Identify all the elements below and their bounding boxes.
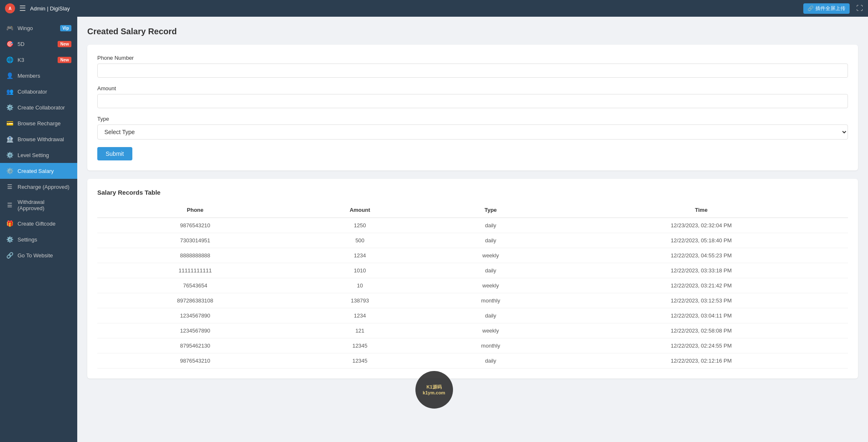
cell-phone-2: 8888888888 bbox=[97, 248, 293, 263]
col-time: Time bbox=[554, 203, 848, 218]
cell-amount-1: 500 bbox=[293, 233, 427, 248]
cell-type-8: monthly bbox=[427, 338, 554, 353]
sidebar-item-k3[interactable]: 🌐K3New bbox=[0, 52, 77, 68]
table-card: Salary Records Table PhoneAmountTypeTime… bbox=[87, 179, 858, 378]
cell-amount-2: 1234 bbox=[293, 248, 427, 263]
sidebar-item-level-setting[interactable]: ⚙️Level Setting bbox=[0, 147, 77, 163]
sidebar-item-go-to-website[interactable]: 🔗Go To Website bbox=[0, 247, 77, 263]
ext-button[interactable]: 🔗 插件全屏上传 bbox=[803, 3, 850, 14]
cell-time-6: 12/22/2023, 03:04:11 PM bbox=[554, 308, 848, 323]
col-type: Type bbox=[427, 203, 554, 218]
phone-input[interactable] bbox=[97, 64, 848, 78]
recharge-approved-icon: ☰ bbox=[6, 183, 13, 191]
sidebar-item-collaborator[interactable]: 👥Collaborator bbox=[0, 84, 77, 99]
phone-label: Phone Number bbox=[97, 55, 848, 61]
sidebar-label-collaborator: Collaborator bbox=[18, 89, 47, 95]
amount-input[interactable] bbox=[97, 94, 848, 108]
sidebar-label-recharge-approved: Recharge (Approved) bbox=[18, 184, 69, 190]
created-salary-icon: ⚙️ bbox=[6, 167, 13, 175]
cell-type-6: daily bbox=[427, 308, 554, 323]
expand-icon[interactable]: ⛶ bbox=[856, 5, 863, 12]
page-title: Created Salary Record bbox=[87, 27, 858, 36]
cell-amount-4: 10 bbox=[293, 278, 427, 293]
topbar-right: 🔗 插件全屏上传 ⛶ bbox=[803, 3, 863, 14]
sidebar-label-create-collaborator: Create Collaborator bbox=[18, 104, 65, 111]
logo-icon: A bbox=[5, 3, 15, 13]
sidebar-label-go-to-website: Go To Website bbox=[18, 252, 53, 259]
cell-type-5: monthly bbox=[427, 293, 554, 308]
sidebar-label-wingo: Wingo bbox=[18, 25, 33, 31]
withdrawal-approved-icon: ☰ bbox=[6, 201, 13, 209]
go-to-website-icon: 🔗 bbox=[6, 251, 13, 259]
sidebar-item-browse-recharge[interactable]: 💳Browse Recharge bbox=[0, 115, 77, 131]
sidebar-label-level-setting: Level Setting bbox=[18, 152, 49, 158]
sidebar-item-create-giftcode[interactable]: 🎁Create Giftcode bbox=[0, 216, 77, 231]
cell-amount-5: 138793 bbox=[293, 293, 427, 308]
cell-amount-8: 12345 bbox=[293, 338, 427, 353]
table-row: 987654321012345daily12/22/2023, 02:12:16… bbox=[97, 353, 848, 368]
hamburger-icon[interactable]: ☰ bbox=[19, 4, 26, 13]
cell-phone-6: 1234567890 bbox=[97, 308, 293, 323]
sidebar-item-recharge-approved[interactable]: ☰Recharge (Approved) bbox=[0, 179, 77, 195]
col-phone: Phone bbox=[97, 203, 293, 218]
table-row: 111111111111010daily12/22/2023, 03:33:18… bbox=[97, 263, 848, 278]
main-content: Created Salary Record Phone Number Amoun… bbox=[77, 17, 868, 442]
cell-type-1: daily bbox=[427, 233, 554, 248]
sidebar-item-5d[interactable]: 🎯5DNew bbox=[0, 36, 77, 52]
cell-time-3: 12/22/2023, 03:33:18 PM bbox=[554, 263, 848, 278]
badge-k3: New bbox=[58, 57, 71, 63]
type-select[interactable]: Select Typedailyweeklymonthly bbox=[97, 124, 848, 140]
sidebar-label-withdrawal-approved: Withdrawal (Approved) bbox=[18, 199, 71, 211]
sidebar-label-created-salary: Created Salary bbox=[18, 168, 54, 174]
layout: 🎮WingoVip🎯5DNew🌐K3New👤Members👥Collaborat… bbox=[0, 17, 868, 442]
sidebar: 🎮WingoVip🎯5DNew🌐K3New👤Members👥Collaborat… bbox=[0, 17, 77, 442]
sidebar-item-create-collaborator[interactable]: ⚙️Create Collaborator bbox=[0, 99, 77, 115]
wingo-icon: 🎮 bbox=[6, 24, 13, 32]
cell-amount-6: 1234 bbox=[293, 308, 427, 323]
form-card: Phone Number Amount Type Select Typedail… bbox=[87, 45, 858, 170]
collaborator-icon: 👥 bbox=[6, 88, 13, 95]
browse-withdrawal-icon: 🏦 bbox=[6, 135, 13, 143]
cell-phone-7: 1234567890 bbox=[97, 323, 293, 338]
create-giftcode-icon: 🎁 bbox=[6, 220, 13, 227]
table-row: 897286383108138793monthly12/22/2023, 03:… bbox=[97, 293, 848, 308]
cell-time-8: 12/22/2023, 02:24:55 PM bbox=[554, 338, 848, 353]
col-amount: Amount bbox=[293, 203, 427, 218]
cell-phone-0: 9876543210 bbox=[97, 218, 293, 233]
cell-time-7: 12/22/2023, 02:58:08 PM bbox=[554, 323, 848, 338]
amount-label: Amount bbox=[97, 85, 848, 91]
ext-label: 插件全屏上传 bbox=[815, 5, 845, 12]
cell-amount-3: 1010 bbox=[293, 263, 427, 278]
sidebar-item-withdrawal-approved[interactable]: ☰Withdrawal (Approved) bbox=[0, 195, 77, 216]
topbar: A ☰ Admin | DigiSlay 🔗 插件全屏上传 ⛶ bbox=[0, 0, 868, 17]
table-row: 1234567890121weekly12/22/2023, 02:58:08 … bbox=[97, 323, 848, 338]
create-collaborator-icon: ⚙️ bbox=[6, 104, 13, 111]
type-label: Type bbox=[97, 116, 848, 122]
cell-phone-9: 9876543210 bbox=[97, 353, 293, 368]
sidebar-item-created-salary[interactable]: ⚙️Created Salary bbox=[0, 163, 77, 179]
k3-icon: 🌐 bbox=[6, 56, 13, 64]
sidebar-item-settings[interactable]: ⚙️Settings bbox=[0, 231, 77, 247]
settings-icon: ⚙️ bbox=[6, 236, 13, 243]
cell-phone-8: 8795462130 bbox=[97, 338, 293, 353]
table-row: 7303014951500daily12/22/2023, 05:18:40 P… bbox=[97, 233, 848, 248]
cell-phone-4: 76543654 bbox=[97, 278, 293, 293]
cell-phone-5: 897286383108 bbox=[97, 293, 293, 308]
table-header: PhoneAmountTypeTime bbox=[97, 203, 848, 218]
cell-phone-1: 7303014951 bbox=[97, 233, 293, 248]
table-row: 879546213012345monthly12/22/2023, 02:24:… bbox=[97, 338, 848, 353]
sidebar-item-members[interactable]: 👤Members bbox=[0, 68, 77, 84]
cell-time-0: 12/23/2023, 02:32:04 PM bbox=[554, 218, 848, 233]
table-row: 98765432101250daily12/23/2023, 02:32:04 … bbox=[97, 218, 848, 233]
table-body: 98765432101250daily12/23/2023, 02:32:04 … bbox=[97, 218, 848, 368]
topbar-logo: A bbox=[5, 3, 15, 13]
sidebar-label-5d: 5D bbox=[18, 41, 25, 47]
sidebar-item-browse-withdrawal[interactable]: 🏦Browse Withdrawal bbox=[0, 131, 77, 147]
cell-phone-3: 11111111111 bbox=[97, 263, 293, 278]
submit-button[interactable]: Submit bbox=[97, 147, 132, 160]
cell-time-2: 12/22/2023, 04:55:23 PM bbox=[554, 248, 848, 263]
cell-type-7: weekly bbox=[427, 323, 554, 338]
browse-recharge-icon: 💳 bbox=[6, 119, 13, 127]
cell-time-4: 12/22/2023, 03:21:42 PM bbox=[554, 278, 848, 293]
sidebar-item-wingo[interactable]: 🎮WingoVip bbox=[0, 20, 77, 36]
